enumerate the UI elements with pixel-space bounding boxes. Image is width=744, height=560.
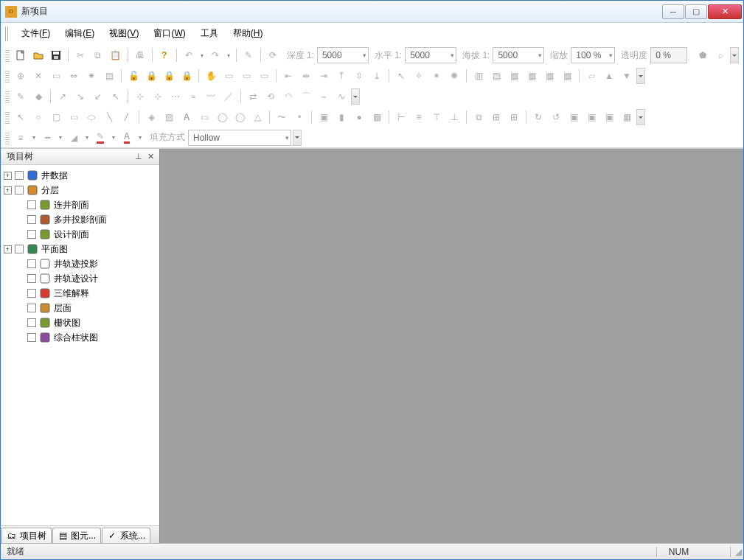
- toolbar-grip[interactable]: [5, 131, 10, 144]
- lock-b-icon[interactable]: 🔒: [178, 68, 195, 84]
- tree-checkbox[interactable]: [27, 259, 36, 268]
- tree-checkbox[interactable]: [27, 200, 36, 209]
- opacity-combo[interactable]: 0 %: [650, 47, 687, 63]
- polyline-icon[interactable]: 〳: [119, 109, 135, 125]
- menu-help[interactable]: 帮助(H): [227, 24, 269, 43]
- round-rect-icon[interactable]: ▢: [48, 109, 64, 125]
- zoom-in-icon[interactable]: ⊕: [13, 68, 29, 84]
- brush-button[interactable]: ✎: [240, 47, 257, 63]
- ruler-b-icon[interactable]: ≡: [411, 109, 427, 125]
- anchor-b-icon[interactable]: ↘: [72, 88, 88, 105]
- align-center-h-icon[interactable]: ⇹: [298, 68, 314, 84]
- tree-checkbox[interactable]: [15, 171, 24, 180]
- depth-combo[interactable]: 5000▾: [317, 47, 369, 63]
- align-top-icon[interactable]: ⤒: [333, 68, 350, 84]
- layer-b-icon[interactable]: ▣: [583, 109, 599, 125]
- pointer-icon[interactable]: ↖: [13, 109, 29, 125]
- tree-checkbox[interactable]: [15, 186, 24, 195]
- rect-icon[interactable]: ▭: [66, 109, 82, 125]
- curve-icon[interactable]: 〰: [203, 88, 219, 105]
- align-right-icon[interactable]: ⇥: [316, 68, 332, 84]
- dot-icon[interactable]: •: [291, 109, 307, 125]
- callout-b-icon[interactable]: ◯: [232, 109, 248, 125]
- save-button[interactable]: [48, 47, 64, 63]
- menu-edit[interactable]: 编辑(E): [59, 24, 100, 43]
- wand-icon[interactable]: ✧: [411, 68, 427, 84]
- rotate-cw-icon[interactable]: ↻: [530, 109, 546, 125]
- delete-icon[interactable]: ✕: [30, 68, 46, 84]
- titlebar[interactable]: D 新项目 ─ ▢ ✕: [1, 1, 743, 23]
- tree-item[interactable]: +井数据: [2, 168, 158, 183]
- ruler-c-icon[interactable]: ⊤: [428, 109, 445, 125]
- edit-point-icon[interactable]: ◆: [30, 88, 46, 105]
- compass-icon[interactable]: ◠: [280, 88, 296, 105]
- callout-a-icon[interactable]: ◯: [214, 109, 230, 125]
- line-color-icon[interactable]: ✎: [92, 130, 108, 146]
- rotate-icon[interactable]: ⟲: [263, 88, 279, 105]
- bezier-icon[interactable]: ∿: [333, 88, 350, 105]
- binoculars-icon[interactable]: ⌕: [712, 47, 729, 63]
- node-c-icon[interactable]: ⋯: [167, 88, 184, 105]
- cursor-icon[interactable]: ↖: [393, 68, 409, 84]
- refresh-button[interactable]: ⟳: [265, 47, 281, 63]
- pencil-icon[interactable]: ✎: [13, 88, 29, 105]
- copy-obj-icon[interactable]: ⧉: [470, 109, 487, 125]
- line-seg-icon[interactable]: ／: [220, 88, 237, 105]
- pattern-icon[interactable]: ▨: [161, 109, 177, 125]
- align-bottom-icon[interactable]: ⤓: [369, 68, 385, 84]
- tree-item[interactable]: 井轨迹设计: [2, 271, 158, 286]
- menu-view[interactable]: 视图(V): [103, 24, 145, 43]
- paste-button[interactable]: 📋: [108, 47, 124, 63]
- tree-item[interactable]: +分层: [2, 183, 158, 197]
- redo-dropdown[interactable]: ▾: [225, 52, 232, 59]
- puzzle-icon[interactable]: ⬟: [695, 47, 711, 63]
- menu-file[interactable]: 文件(F): [15, 24, 56, 43]
- tree-checkbox[interactable]: [27, 215, 36, 224]
- group-a-icon[interactable]: ⊞: [488, 109, 504, 125]
- tree-checkbox[interactable]: [27, 230, 36, 239]
- select-rect-icon[interactable]: ▭: [48, 68, 64, 84]
- toolbar-overflow[interactable]: [636, 109, 645, 125]
- font-color-icon[interactable]: A: [119, 130, 135, 146]
- maximize-button[interactable]: ▢: [685, 4, 707, 19]
- lock-open-icon[interactable]: 🔓: [125, 68, 142, 84]
- wave-icon[interactable]: 〜: [274, 109, 290, 125]
- minimize-button[interactable]: ─: [662, 4, 684, 19]
- copy-button[interactable]: ⧉: [90, 47, 106, 63]
- tab-elements[interactable]: ▤图元...: [52, 528, 101, 543]
- dist-v-icon[interactable]: ▤: [488, 68, 504, 84]
- disc-icon[interactable]: ●: [351, 109, 367, 125]
- flag-icon[interactable]: ▱: [583, 68, 599, 84]
- tree-checkbox[interactable]: [27, 304, 36, 312]
- close-button[interactable]: ✕: [708, 4, 742, 19]
- font-color-dropdown[interactable]: ▾: [136, 134, 144, 141]
- star-icon[interactable]: ✶: [428, 68, 445, 84]
- rotate-ccw-icon[interactable]: ↺: [548, 109, 564, 125]
- tree-checkbox[interactable]: [27, 333, 36, 342]
- line-weight-dropdown[interactable]: ▾: [57, 134, 64, 141]
- burst-icon[interactable]: ✺: [446, 68, 462, 84]
- ruler-a-icon[interactable]: ⊢: [393, 109, 409, 125]
- layer-d-icon[interactable]: ▦: [619, 109, 635, 125]
- align-middle-icon[interactable]: ⇳: [351, 68, 367, 84]
- tree-item[interactable]: 多井投影剖面: [2, 212, 158, 227]
- fill-color-icon[interactable]: ◢: [66, 130, 82, 146]
- resize-grip[interactable]: ◢: [730, 547, 743, 557]
- ruler-d-icon[interactable]: ⊥: [446, 109, 462, 125]
- toolbar-grip[interactable]: [5, 111, 10, 124]
- grid-d-icon[interactable]: ▦: [559, 68, 575, 84]
- tree-item[interactable]: 设计剖面: [2, 227, 158, 242]
- tree-item[interactable]: +平面图: [2, 242, 158, 256]
- well-symbol-icon[interactable]: ◈: [143, 109, 159, 125]
- circle-icon[interactable]: ○: [30, 109, 46, 125]
- group-b-icon[interactable]: ⊞: [506, 109, 522, 125]
- line-weight-icon[interactable]: ━: [39, 130, 55, 146]
- open-file-button[interactable]: [30, 47, 46, 63]
- tree-item[interactable]: 三维解释: [2, 286, 158, 301]
- tree-checkbox[interactable]: [27, 318, 36, 327]
- image-icon[interactable]: ▣: [316, 109, 332, 125]
- node-d-icon[interactable]: ≈: [185, 88, 201, 105]
- fill-mode-combo[interactable]: Hollow▾: [188, 130, 291, 146]
- triangle-icon[interactable]: △: [249, 109, 265, 125]
- send-back-icon[interactable]: ▼: [619, 68, 635, 84]
